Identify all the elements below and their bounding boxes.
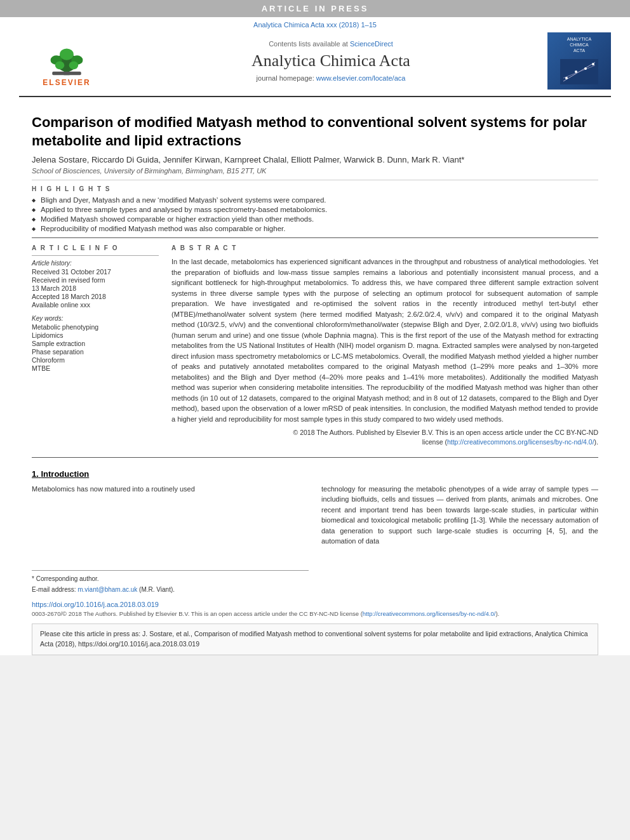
- abstract-label: A B S T R A C T: [171, 244, 598, 251]
- intro-number: 1.: [32, 469, 39, 479]
- article-affiliation: School of Biosciences, University of Bir…: [32, 167, 598, 175]
- svg-point-14: [592, 63, 594, 65]
- journal-logo-right: ANALYTICACHIMICAACTA: [547, 32, 611, 90]
- article-revised-date: 13 March 2018: [32, 284, 159, 292]
- journal-center: Contents lists available at ScienceDirec…: [114, 40, 547, 82]
- journal-meta-text: Analytica Chimica Acta xxx (2018) 1–15: [253, 21, 377, 29]
- keyword-3: Sample extraction: [32, 340, 159, 347]
- sciencedirect-label: ScienceDirect: [350, 40, 393, 48]
- svg-point-13: [584, 67, 587, 70]
- svg-point-6: [69, 61, 79, 69]
- svg-point-4: [60, 48, 74, 60]
- intro-title: Introduction: [41, 469, 89, 479]
- article-received: Received 31 October 2017: [32, 268, 159, 276]
- intro-col-right: technology for measuring the metabolic p…: [321, 484, 598, 596]
- license-text: 0003-2670/© 2018 The Authors. Published …: [32, 610, 598, 617]
- highlights-section: H I G H L I G H T S Bligh and Dyer, Maty…: [32, 185, 598, 232]
- doi-link[interactable]: https://doi.org/10.1016/j.aca.2018.03.01…: [32, 601, 598, 608]
- keyword-5: Chloroform: [32, 356, 159, 364]
- copyright-text: © 2018 The Authors. Published by Elsevie…: [171, 428, 598, 446]
- copyright-url[interactable]: http://creativecommons.org/licenses/by-n…: [447, 438, 594, 446]
- sciencedirect-link: Contents lists available at ScienceDirec…: [114, 40, 547, 48]
- highlights-label: H I G H L I G H T S: [32, 185, 598, 192]
- bottom-links: https://doi.org/10.1016/j.aca.2018.03.01…: [32, 601, 598, 617]
- intro-col1-p1: Metabolomics has now matured into a rout…: [32, 485, 195, 493]
- divider-1: [32, 180, 598, 180]
- journal-graphic-icon: [560, 59, 598, 84]
- svg-point-12: [575, 70, 577, 73]
- article-online: Available online xxx: [32, 301, 159, 309]
- highlight-item-2: Applied to three sample types and analys…: [32, 206, 598, 213]
- elsevier-logo-container: ELSEVIER: [19, 32, 114, 90]
- journal-homepage: journal homepage: www.elsevier.com/locat…: [114, 74, 547, 82]
- elsevier-logo: ELSEVIER: [29, 42, 105, 90]
- article-accepted: Accepted 18 March 2018: [32, 293, 159, 300]
- highlight-item-4: Reproducibility of modified Matyash meth…: [32, 225, 598, 232]
- introduction-section: 1. Introduction Metabolomics has now mat…: [32, 469, 598, 596]
- divider-3: [32, 457, 598, 458]
- article-history-label: Article history:: [32, 260, 159, 267]
- license-url[interactable]: http://creativecommons.org/licenses/by-n…: [363, 610, 496, 617]
- highlight-item-3: Modified Matyash showed comparable or hi…: [32, 215, 598, 223]
- main-content: Comparison of modified Matyash method to…: [0, 97, 630, 655]
- homepage-url[interactable]: www.elsevier.com/locate/aca: [316, 74, 406, 82]
- journal-header: Analytica Chimica Acta xxx (2018) 1–15: [19, 17, 611, 97]
- keyword-4: Phase separation: [32, 348, 159, 356]
- keywords-label: Key words:: [32, 315, 159, 322]
- article-info-label: A R T I C L E I N F O: [32, 244, 159, 251]
- article-authors: Jelena Sostare, Riccardo Di Guida, Jenni…: [32, 155, 598, 164]
- keyword-6: MTBE: [32, 364, 159, 372]
- homepage-prefix: journal homepage:: [257, 74, 316, 82]
- citation-text: Please cite this article in press as: J.…: [40, 630, 588, 648]
- email-suffix: (M.R. Viant).: [137, 586, 175, 593]
- keyword-2: Lipidomics: [32, 331, 159, 339]
- email-label: E-mail address:: [32, 586, 77, 593]
- highlight-item-1: Bligh and Dyer, Matyash and a new ‘modif…: [32, 196, 598, 204]
- footnote-email: E-mail address: m.viant@bham.ac.uk (M.R.…: [32, 585, 309, 594]
- elsevier-tree-icon: [41, 45, 92, 77]
- svg-point-5: [55, 61, 65, 69]
- citation-box: Please cite this article in press as: J.…: [32, 623, 598, 655]
- abstract-body: In the last decade, metabolomics has exp…: [171, 258, 598, 423]
- footnote-corresponding: * Corresponding author.: [32, 574, 309, 583]
- svg-point-11: [565, 77, 568, 79]
- intro-p1: Metabolomics has now matured into a rout…: [32, 484, 309, 495]
- elsevier-label: ELSEVIER: [43, 78, 90, 87]
- license-suffix: ).: [495, 610, 499, 617]
- intro-col-left: Metabolomics has now matured into a rout…: [32, 484, 309, 596]
- article-title: Comparison of modified Matyash method to…: [32, 114, 598, 150]
- footnote-section: * Corresponding author. E-mail address: …: [32, 570, 309, 594]
- abstract-text: In the last decade, metabolomics has exp…: [171, 257, 598, 424]
- banner-text: ARTICLE IN PRESS: [262, 4, 369, 13]
- email-link[interactable]: m.viant@bham.ac.uk: [77, 586, 137, 593]
- intro-p2: technology for measuring the metabolic p…: [321, 484, 598, 547]
- intro-two-col: Metabolomics has now matured into a rout…: [32, 484, 598, 596]
- license-prefix: 0003-2670/© 2018 The Authors. Published …: [32, 610, 363, 617]
- abstract-col: A B S T R A C T In the last decade, meta…: [171, 244, 598, 446]
- article-in-press-banner: ARTICLE IN PRESS: [0, 0, 630, 17]
- journal-name: Analytica Chimica Acta: [114, 51, 547, 70]
- keyword-1: Metabolic phenotyping: [32, 323, 159, 331]
- journal-title-row: ELSEVIER Contents lists available at Sci…: [19, 30, 611, 92]
- journal-meta: Analytica Chimica Acta xxx (2018) 1–15: [19, 17, 611, 30]
- journal-logo-right-text: ANALYTICACHIMICAACTA: [560, 36, 598, 86]
- article-revised-label: Received in revised form: [32, 276, 159, 284]
- sciencedirect-prefix: Contents lists available at: [269, 40, 350, 48]
- introduction-title: 1. Introduction: [32, 469, 598, 479]
- article-info-abstract-row: A R T I C L E I N F O Article history: R…: [32, 244, 598, 446]
- svg-rect-7: [52, 71, 81, 74]
- article-info-col: A R T I C L E I N F O Article history: R…: [32, 244, 159, 446]
- page: ARTICLE IN PRESS Analytica Chimica Acta …: [0, 0, 630, 655]
- divider-2: [32, 237, 598, 238]
